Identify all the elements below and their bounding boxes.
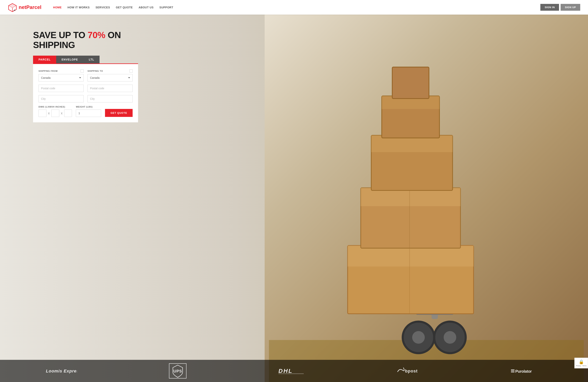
svg-text:UPS: UPS [173, 369, 182, 373]
partner-dhl: DHL [278, 367, 304, 374]
shipping-to-label: SHIPPING TO [87, 70, 103, 72]
partner-purolator: Purolator [511, 367, 542, 374]
logo-icon [8, 3, 17, 12]
ups-logo: UPS [171, 364, 185, 378]
svg-text:Purolator: Purolator [515, 369, 532, 373]
recaptcha-badge: 🔒 Privacy - Terms [574, 358, 588, 368]
partner-bpost: bpost [396, 366, 419, 376]
shipping-to-country[interactable]: Canada United States [87, 74, 133, 82]
dims-sep-1: x [48, 111, 50, 115]
weight-input[interactable] [76, 109, 101, 117]
svg-text:bpost: bpost [405, 369, 418, 373]
svg-text:DHL: DHL [278, 368, 293, 374]
weight-col: WEIGHT (LBS) [76, 106, 101, 117]
dim-h-input[interactable] [64, 109, 72, 117]
dims-col: DIMS (LxWxH INCHES) x x [39, 106, 72, 117]
tab-parcel[interactable]: PARCEL [33, 56, 56, 64]
shipping-to-checkbox[interactable] [129, 69, 133, 73]
to-postal-col [87, 85, 133, 92]
svg-text:Loomis Express: Loomis Express [46, 369, 77, 373]
purolator-logo: Purolator [511, 367, 542, 374]
postal-code-row [39, 85, 133, 92]
shipping-tabs: PARCEL ENVELOPE LTL [33, 56, 138, 64]
from-city-input[interactable] [39, 95, 84, 103]
dim-l-input[interactable] [39, 109, 46, 117]
weight-label: WEIGHT (LBS) [76, 106, 101, 108]
svg-point-11 [412, 331, 425, 344]
quote-form: SHIPPING FROM Canada United States SHIPP… [33, 64, 138, 122]
tab-envelope[interactable]: ENVELOPE [56, 56, 84, 64]
shipping-to-col: SHIPPING TO Canada United States [87, 69, 133, 82]
nav-services[interactable]: SERVICES [95, 6, 110, 9]
sign-up-button[interactable]: SIGN UP [561, 4, 580, 11]
to-postal-input[interactable] [87, 85, 133, 92]
from-city-col [39, 95, 84, 103]
svg-point-5 [14, 10, 15, 11]
svg-point-13 [443, 331, 456, 344]
dims-inputs: x x [39, 109, 72, 117]
shipping-from-country[interactable]: Canada United States [39, 74, 84, 82]
nav-support[interactable]: SUPPORT [159, 6, 173, 9]
hero-background [265, 15, 588, 382]
to-city-col [87, 95, 133, 103]
city-row [39, 95, 133, 103]
tab-ltl[interactable]: LTL [84, 56, 100, 64]
loomis-logo: Loomis Express [46, 368, 77, 374]
svg-marker-1 [9, 3, 16, 8]
recaptcha-icon: 🔒 [576, 360, 587, 364]
dhl-logo: DHL [278, 367, 304, 374]
shipping-from-col: SHIPPING FROM Canada United States [39, 69, 84, 82]
hero-content: SAVE UP TO 70% ON SHIPPING PARCEL ENVELO… [33, 30, 138, 122]
main-nav: HOME HOW IT WORKS SERVICES GET QUOTE ABO… [53, 6, 540, 9]
header-buttons: SIGN IN SIGN UP [540, 4, 580, 11]
to-city-input[interactable] [87, 95, 133, 103]
header: netParcel HOME HOW IT WORKS SERVICES GET… [0, 0, 588, 15]
from-postal-input[interactable] [39, 85, 84, 92]
partners-bar: Loomis Express UPS DHL bpost Purolator [0, 360, 588, 382]
shipping-from-checkbox[interactable] [81, 69, 84, 73]
shipping-from-label: SHIPPING FROM [39, 70, 58, 72]
dim-w-input[interactable] [51, 109, 59, 117]
from-postal-col [39, 85, 84, 92]
nav-about-us[interactable]: ABOUT US [139, 6, 154, 9]
form-labels-row: SHIPPING FROM Canada United States SHIPP… [39, 69, 133, 82]
partner-ups: UPS [169, 363, 187, 379]
sign-in-button[interactable]: SIGN IN [540, 4, 559, 11]
nav-home[interactable]: HOME [53, 6, 62, 9]
dims-weight-row: DIMS (LxWxH INCHES) x x WEIGHT (LBS) GET… [39, 106, 133, 117]
partner-loomis: Loomis Express [46, 368, 77, 374]
hero-section: SAVE UP TO 70% ON SHIPPING PARCEL ENVELO… [0, 15, 588, 382]
dims-sep-2: x [61, 111, 63, 115]
get-quote-button[interactable]: GET QUOTE [105, 109, 133, 117]
svg-rect-24 [392, 67, 429, 99]
nav-how-it-works[interactable]: HOW IT WORKS [67, 6, 90, 9]
svg-rect-15 [348, 245, 474, 266]
dims-label: DIMS (LxWxH INCHES) [39, 106, 72, 108]
recaptcha-text: Privacy - Terms [576, 365, 587, 367]
logo-text: netParcel [19, 4, 42, 10]
hero-headline: SAVE UP TO 70% ON SHIPPING [33, 30, 138, 50]
logo-link[interactable]: netParcel [8, 3, 42, 12]
boxes-illustration [265, 15, 588, 382]
nav-get-quote[interactable]: GET QUOTE [116, 6, 133, 9]
bpost-logo: bpost [396, 366, 419, 376]
